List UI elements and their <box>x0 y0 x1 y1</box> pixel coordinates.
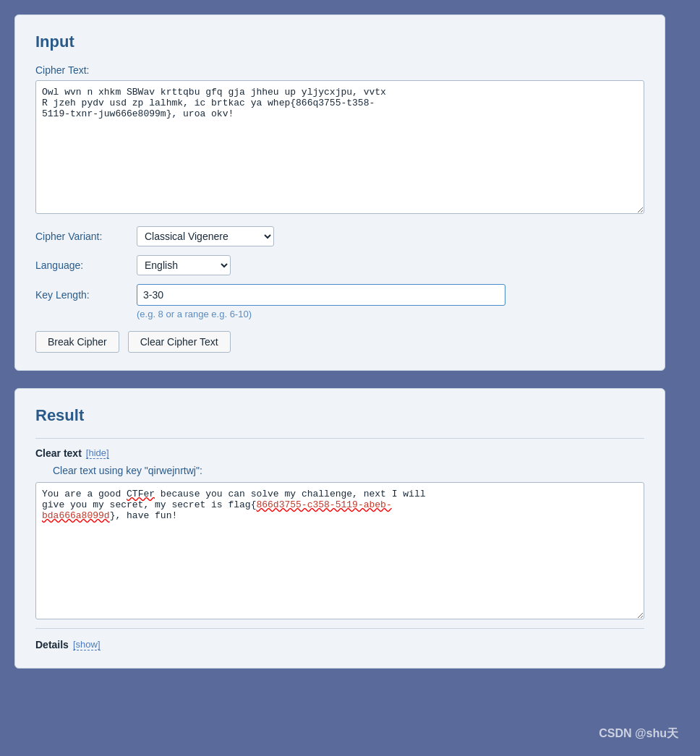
key-length-label: Key Length: <box>35 289 137 301</box>
key-length-hint: (e.g. 8 or a range e.g. 6-10) <box>137 309 644 319</box>
result-text-end: }, have fun! <box>110 510 178 521</box>
cipher-text-input[interactable]: Owl wvn n xhkm SBWav krttqbu gfq gja jhh… <box>35 80 644 214</box>
button-group: Break Cipher Clear Cipher Text <box>35 331 644 353</box>
language-row: Language: English German French Spanish <box>35 255 644 275</box>
result-ctf-text: CTFer <box>127 489 155 499</box>
break-cipher-button[interactable]: Break Cipher <box>35 331 119 353</box>
result-divider <box>35 438 644 439</box>
key-length-input[interactable] <box>137 284 505 306</box>
cipher-variant-label: Cipher Variant: <box>35 231 137 242</box>
show-link[interactable]: [show] <box>73 639 101 650</box>
clear-text-label: Clear text <box>35 447 82 459</box>
key-length-input-row: Key Length: <box>35 284 644 306</box>
key-length-row: Key Length: (e.g. 8 or a range e.g. 6-10… <box>35 284 644 319</box>
result-title: Result <box>35 406 644 425</box>
cipher-text-label: Cipher Text: <box>35 64 644 76</box>
input-title: Input <box>35 33 644 51</box>
details-header: Details [show] <box>35 639 644 650</box>
details-label: Details <box>35 639 69 650</box>
result-card: Result Clear text [hide] Clear text usin… <box>14 388 665 669</box>
input-card: Input Cipher Text: Owl wvn n xhkm SBWav … <box>14 14 665 371</box>
clear-cipher-button[interactable]: Clear Cipher Text <box>128 331 231 353</box>
language-label: Language: <box>35 259 137 271</box>
hide-link[interactable]: [hide] <box>86 447 109 459</box>
clear-text-header: Clear text [hide] <box>35 447 644 459</box>
cipher-variant-select[interactable]: Classical Vigenere Beaufort Variant Beau… <box>137 226 274 246</box>
cipher-variant-row: Cipher Variant: Classical Vigenere Beauf… <box>35 226 644 246</box>
language-select[interactable]: English German French Spanish <box>137 255 231 275</box>
result-text-you-are: You are a good <box>42 489 127 499</box>
result-text-area: You are a good CTFer because you can sol… <box>35 482 644 619</box>
details-divider <box>35 628 644 629</box>
clear-text-key-label: Clear text using key "qirwejnrtwj": <box>53 465 644 476</box>
main-container: Input Cipher Text: Owl wvn n xhkm SBWav … <box>14 14 665 669</box>
watermark: CSDN @shu天 <box>599 726 678 742</box>
